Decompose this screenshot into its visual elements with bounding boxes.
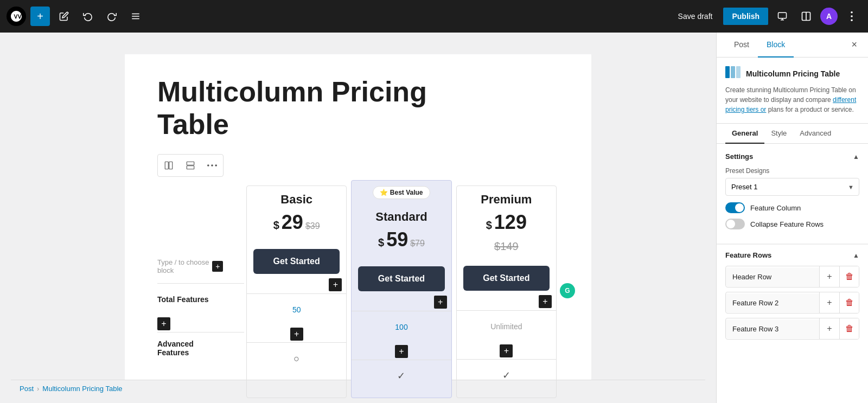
feature-row-3-label: Feature Row 3 <box>726 319 819 338</box>
wp-logo[interactable] <box>7 7 26 26</box>
right-sidebar: Post Block × Multicolumn Pricing Table C… <box>716 33 868 403</box>
add-block-basic-button[interactable]: + <box>329 278 342 291</box>
svg-rect-12 <box>169 162 173 169</box>
feature-rows-collapse-icon: ▲ <box>853 252 859 259</box>
block-type-icon <box>725 66 741 81</box>
feature-column: Type / to chooseblock + Total Features +… <box>157 185 244 398</box>
svg-point-17 <box>215 164 217 167</box>
add-block-inline-button[interactable]: + <box>212 261 223 272</box>
price-row-standard: $ 59 $79 <box>360 228 442 251</box>
feature-add-standard-1: + <box>352 343 451 360</box>
svg-rect-13 <box>187 162 194 165</box>
table-view-1-button[interactable] <box>159 156 178 175</box>
get-started-premium-button[interactable]: Get Started <box>463 266 550 291</box>
settings-collapse-icon: ▲ <box>853 153 859 161</box>
table-view-2-button[interactable] <box>181 156 200 175</box>
feature-row-3-actions: + 🗑 <box>819 318 859 339</box>
feature-row-advanced-features: AdvancedFeatures <box>157 332 244 364</box>
price-dollar-premium: $ <box>486 219 492 232</box>
delete-feature-row-2-button[interactable]: 🗑 <box>839 292 859 313</box>
block-description: Create stunning Multicolumn Pricing Tabl… <box>725 85 859 114</box>
svg-point-8 <box>851 11 853 14</box>
save-draft-button[interactable]: Save draft <box>672 9 719 24</box>
add-block-toolbar-button[interactable]: + <box>30 7 50 26</box>
col-name-basic: Basic <box>256 193 337 207</box>
settings-section-title: Settings <box>725 152 753 161</box>
sub-tab-advanced[interactable]: Advanced <box>793 124 838 144</box>
view-button[interactable] <box>773 7 792 26</box>
price-amount-premium: 129 <box>494 211 527 234</box>
svg-point-9 <box>851 15 853 17</box>
feature-row-item-2: Feature Row 2 + 🗑 <box>725 292 859 314</box>
col-name-premium: Premium <box>465 193 547 207</box>
type-to-choose-block: Type / to chooseblock + <box>157 258 223 274</box>
pricing-columns: Basic $ 29 $39 Get Started + 50 <box>244 185 559 398</box>
feature-value-premium-advanced: ✓ <box>457 359 556 392</box>
add-after-basic-total-button[interactable]: + <box>290 328 303 341</box>
svg-rect-20 <box>736 66 741 78</box>
add-after-standard-total-button[interactable]: + <box>395 345 408 358</box>
price-amount-basic: 29 <box>282 211 303 234</box>
feature-add-basic-1: + <box>247 326 346 342</box>
redo-button[interactable] <box>102 7 122 26</box>
preset-select[interactable]: Preset 1 Preset 2 Preset 3 <box>725 178 859 196</box>
get-started-basic-button[interactable]: Get Started <box>253 249 340 274</box>
feature-rows-section: Feature Rows ▲ Header Row + 🗑 Feature Ro… <box>717 244 868 353</box>
preset-select-wrapper: Preset 1 Preset 2 Preset 3 ▼ <box>725 178 859 196</box>
add-after-premium-total-button[interactable]: + <box>500 344 513 357</box>
feature-value-premium-total: Unlimited <box>457 310 556 343</box>
block-desc-link[interactable]: different pricing tiers or <box>725 96 856 113</box>
best-value-badge: ⭐ Best Value <box>373 186 430 199</box>
delete-feature-row-3-button[interactable]: 🗑 <box>839 318 859 339</box>
price-original-premium: $149 <box>465 240 547 253</box>
settings-icon-button[interactable] <box>796 7 816 26</box>
pricing-col-premium: Premium $ 129 $149 Get Started + Unlimit… <box>456 185 557 398</box>
get-started-standard-button[interactable]: Get Started <box>358 266 444 291</box>
col-name-standard: Standard <box>360 210 442 224</box>
col-header-premium: Premium $ 129 $149 <box>457 186 556 266</box>
price-row-basic: $ 29 $39 <box>256 211 337 234</box>
tab-block[interactable]: Block <box>758 33 794 57</box>
price-dollar-standard: $ <box>378 236 384 249</box>
col-add-row-basic: + <box>247 274 346 293</box>
sub-tab-general[interactable]: General <box>725 124 764 144</box>
main-toolbar: + Save draft Publish A <box>0 0 868 33</box>
settings-section-header[interactable]: Settings ▲ <box>725 152 859 161</box>
price-amount-standard: 59 <box>386 228 408 251</box>
more-options-button[interactable] <box>842 7 861 26</box>
feature-column-toggle[interactable] <box>725 202 745 213</box>
sidebar-close-button[interactable]: × <box>849 37 859 53</box>
edit-pencil-button[interactable] <box>54 7 74 26</box>
feature-rows-header[interactable]: Feature Rows ▲ <box>725 245 859 266</box>
block-name-label: Multicolumn Pricing Table <box>746 69 840 78</box>
feature-row-total-features: Total Features <box>157 283 244 316</box>
undo-button[interactable] <box>78 7 98 26</box>
add-block-standard-button[interactable]: + <box>434 296 447 309</box>
tab-post[interactable]: Post <box>725 33 758 57</box>
add-feature-row-header-button[interactable]: + <box>820 266 839 287</box>
document-overview-button[interactable] <box>126 7 145 26</box>
add-feature-row-3-button[interactable]: + <box>820 318 839 339</box>
add-feature-row-2-button[interactable]: + <box>820 292 839 313</box>
add-block-premium-button[interactable]: + <box>539 295 552 308</box>
feature-row-item-header: Header Row + 🗑 <box>725 266 859 287</box>
delete-feature-row-header-button[interactable]: 🗑 <box>839 266 859 287</box>
publish-button[interactable]: Publish <box>723 8 768 25</box>
sidebar-header: Post Block × <box>717 33 868 57</box>
col-add-row-standard: + <box>352 291 451 311</box>
user-avatar[interactable]: A <box>820 8 838 25</box>
feature-value-standard-advanced: ✓ <box>352 360 451 392</box>
block-toolbar <box>157 154 224 177</box>
feature-value-basic-total: 50 <box>247 293 346 326</box>
pricing-col-basic: Basic $ 29 $39 Get Started + 50 <box>246 185 347 398</box>
sidebar-tabs: Post Block <box>725 33 794 57</box>
svg-point-10 <box>851 19 853 21</box>
collapse-rows-toggle[interactable] <box>725 219 745 229</box>
svg-point-16 <box>211 164 213 167</box>
sub-tab-style[interactable]: Style <box>764 124 793 144</box>
breadcrumb-post-link[interactable]: Post <box>20 385 34 393</box>
block-more-options-button[interactable] <box>202 156 222 175</box>
svg-rect-18 <box>725 66 730 78</box>
add-after-total-features-button[interactable]: + <box>157 317 170 330</box>
type-to-choose-text: Type / to chooseblock <box>157 258 209 274</box>
